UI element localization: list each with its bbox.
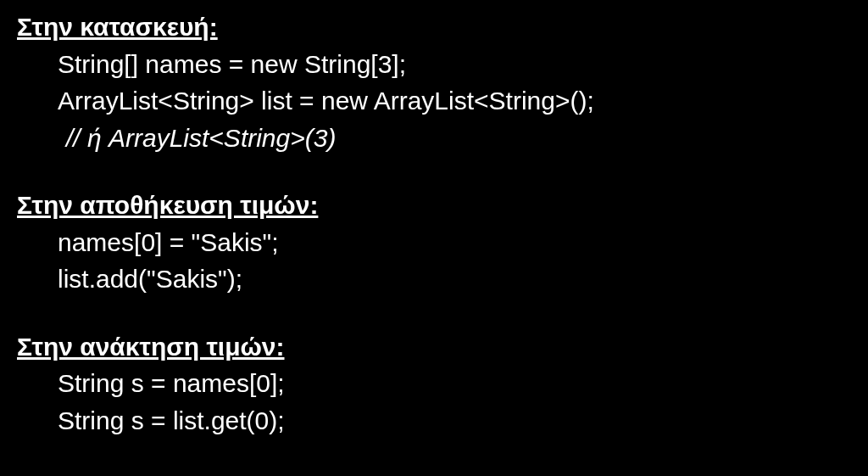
section-heading-storage: Στην αποθήκευση τιμών: [17,187,851,224]
code-slide: Στην κατασκευή: String[] names = new Str… [17,8,851,439]
code-line: String s = names[0]; [17,365,851,402]
code-line: String[] names = new String[3]; [17,46,851,83]
code-line: list.add("Sakis"); [17,260,851,298]
spacer [17,298,851,328]
code-line: ArrayList<String> list = new ArrayList<S… [17,82,851,120]
section-heading-construction: Στην κατασκευή: [17,8,851,46]
code-comment: // ή ArrayList<String>(3) [17,120,851,157]
section-heading-retrieval: Στην ανάκτηση τιμών: [17,328,851,366]
spacer [17,156,851,187]
code-line: String s = list.get(0); [17,402,851,440]
code-line: names[0] = "Sakis"; [17,224,851,261]
